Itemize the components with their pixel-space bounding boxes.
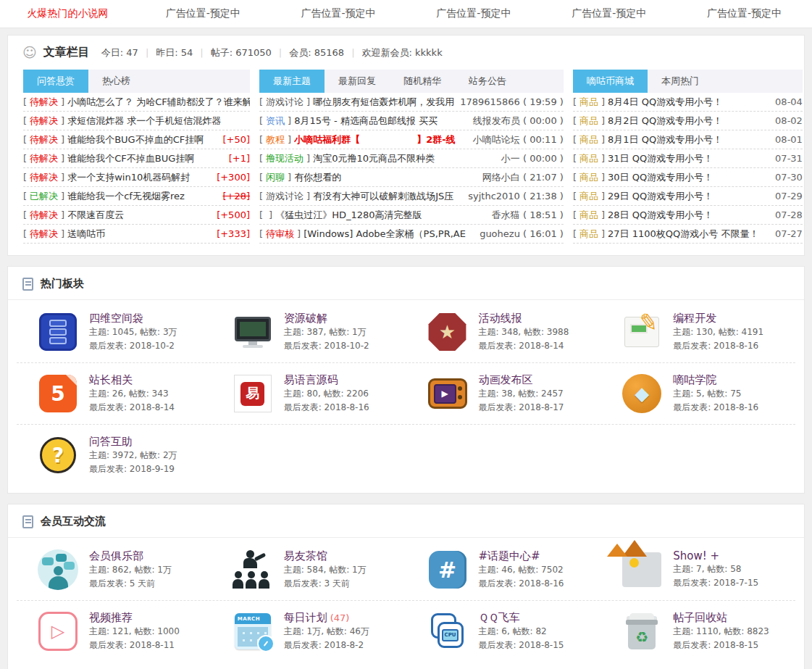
forum-cell[interactable]: 会员俱乐部 主题: 862, 帖数: 1万 最后发表: 5 天前 <box>17 539 212 600</box>
forum-cell[interactable]: 四维空间袋 主题: 1045, 帖数: 3万 最后发表: 2018-10-2 <box>17 302 212 362</box>
author-time[interactable]: 小一 ( 00:00 ) <box>501 152 564 165</box>
html5-icon[interactable]: 5 <box>37 373 79 415</box>
tab-weekly-hot[interactable]: 本周热门 <box>648 70 713 93</box>
forum-title[interactable]: 站长相关 <box>89 373 133 386</box>
forum-cell[interactable]: ★ 活动线报 主题: 348, 帖数: 3988 最后发表: 2018-8-14 <box>406 302 601 362</box>
ad-link[interactable]: 广告位置-预定中 <box>541 7 677 20</box>
author-time[interactable]: guohezu ( 16:01 ) <box>480 228 564 239</box>
ad-link[interactable]: 广告位置-预定中 <box>406 7 541 20</box>
author-time[interactable]: 网络小白 ( 21:07 ) <box>482 171 564 184</box>
author-time[interactable]: 小嘀咕论坛 ( 00:11 ) <box>473 133 564 146</box>
forum-title[interactable]: ＱＱ飞车 <box>479 611 520 624</box>
forum-title[interactable]: 动画发布区 <box>479 373 533 386</box>
forum-cell[interactable]: 资源破解 主题: 387, 帖数: 1万 最后发表: 2018-10-2 <box>212 302 406 362</box>
forum-title[interactable]: 编程开发 <box>673 312 716 325</box>
forum-cell[interactable]: MARCH 每日计划(47) 主题: 1万, 帖数: 46万 最后发表: 201… <box>212 601 406 662</box>
thread-title[interactable]: 谁能给我一个cf无视烟雾rez <box>67 190 219 203</box>
forum-cell[interactable]: ▷ 视频推荐 主题: 121, 帖数: 1000 最后发表: 2018-8-11 <box>17 601 212 662</box>
forum-cell[interactable]: ♻ 帖子回收站 主题: 1110, 帖数: 8823 最后发表: 2018-8-… <box>600 601 795 662</box>
diamond-icon[interactable]: ◆ <box>621 373 663 415</box>
forum-cell[interactable]: ✎ 编程开发 主题: 130, 帖数: 4191 最后发表: 2018-8-16 <box>600 302 795 362</box>
ad-link[interactable]: 广告位置-预定中 <box>135 7 271 20</box>
thread-title[interactable]: 有没有大神可以破解刺激战场JS压 <box>313 190 462 203</box>
forum-cell[interactable]: CPU ＱＱ飞车 主题: 6, 帖数: 82 最后发表: 2018-8-15 <box>406 601 601 662</box>
question-coin-icon[interactable]: ? <box>37 434 79 476</box>
monitor-icon[interactable] <box>232 311 274 353</box>
forum-title[interactable]: 问答互助 <box>89 435 133 448</box>
tab-warm-ranking[interactable]: 热心榜 <box>88 70 144 93</box>
star-badge-icon[interactable]: ★ <box>427 311 469 353</box>
forum-title[interactable]: 帖子回收站 <box>673 611 727 624</box>
tv-icon[interactable]: ▶ <box>427 373 469 415</box>
forum-cell[interactable]: ▶ 动画发布区 主题: 38, 帖数: 2457 最后发表: 2018-8-17 <box>406 363 601 424</box>
goods-title[interactable]: 30日 QQ游戏专用小号！ <box>608 171 769 184</box>
thread-title[interactable]: 送嘀咕币 <box>67 228 213 241</box>
forum-cell[interactable]: Show! + 主题: 7, 帖数: 58 最后发表: 2018-7-15 <box>600 539 795 600</box>
grid-notebook-icon[interactable] <box>37 311 79 353</box>
recycle-bin-icon[interactable]: ♻ <box>621 610 663 652</box>
people-chat-icon[interactable] <box>37 549 79 591</box>
thread-title[interactable]: 小嘀咕福利群【 】2群-线 <box>294 133 467 146</box>
calendar-icon[interactable]: MARCH <box>232 610 274 652</box>
goods-title[interactable]: 27日 1100枚QQ游戏小号 不限量！ <box>608 228 769 241</box>
thread-title[interactable]: 谁能给我个BUG不掉血的CF挂啊 <box>67 133 219 146</box>
thread-title[interactable]: 小嘀咕怎么了？ 为哈CF辅助都没了？谁来解 <box>67 96 250 109</box>
thread-title[interactable]: 求短信混炸器 求一个手机短信混炸器 <box>67 115 250 128</box>
forum-cell[interactable]: 5 站长相关 主题: 26, 帖数: 343 最后发表: 2018-8-14 <box>17 363 212 424</box>
forum-title[interactable]: #话题中心# <box>479 549 540 562</box>
forum-title[interactable]: 易友茶馆 <box>284 549 327 562</box>
bounty-amount: [+50] <box>222 134 250 145</box>
forum-cell[interactable]: ◆ 嘀咕学院 主题: 5, 帖数: 75 最后发表: 2018-8-16 <box>600 363 795 424</box>
thread-title[interactable]: 求一个支持win10机器码解封 <box>67 171 213 184</box>
goods-title[interactable]: 8月2日 QQ游戏专用小号！ <box>608 115 769 128</box>
tab-coin-shop[interactable]: 嘀咕币商城 <box>573 70 648 93</box>
forum-title[interactable]: 会员俱乐部 <box>89 549 143 562</box>
goods-title[interactable]: 8月4日 QQ游戏专用小号！ <box>608 96 769 109</box>
forum-title[interactable]: 嘀咕学院 <box>673 373 716 386</box>
tab-latest-replies[interactable]: 最新回复 <box>325 70 390 93</box>
tea-house-people-icon[interactable] <box>232 549 274 591</box>
forum-title[interactable]: Show! + <box>673 549 719 562</box>
thread-title[interactable]: 哪位朋友有短信轰炸机啊，发我用 <box>313 96 454 109</box>
forum-title[interactable]: 资源破解 <box>284 312 327 325</box>
forum-title[interactable]: 四维空间袋 <box>89 312 143 325</box>
tab-qa-bounty[interactable]: 问答悬赏 <box>23 70 88 93</box>
stat-newest-member[interactable]: 欢迎新会员: kkkkk <box>362 46 443 59</box>
photo-icon[interactable] <box>621 549 663 591</box>
ad-link[interactable]: 广告位置-预定中 <box>677 7 812 20</box>
author-time[interactable]: 1789615866 ( 19:59 ) <box>460 96 564 107</box>
play-button-icon[interactable]: ▷ <box>37 610 79 652</box>
author-time[interactable]: 香水猫 ( 18:51 ) <box>492 209 564 222</box>
author-time[interactable]: syjthc2010 ( 21:38 ) <box>468 191 564 201</box>
forum-cell[interactable]: ? 问答互助 主题: 3972, 帖数: 2万 最后发表: 2018-9-19 <box>17 425 212 486</box>
thread-title[interactable]: 有你想看的 <box>294 171 477 184</box>
tab-site-announcements[interactable]: 站务公告 <box>455 70 520 93</box>
thread-title[interactable]: [Windows] Adobe全家桶（PS,PR,AE <box>304 228 474 241</box>
forum-title[interactable]: 易语言源码 <box>284 373 338 386</box>
tab-random-digest[interactable]: 随机精华 <box>390 70 455 93</box>
forum-title[interactable]: 每日计划 <box>284 611 327 624</box>
thread-title[interactable]: 不限速百度云 <box>67 209 213 222</box>
forum-cell[interactable]: 易友茶馆 主题: 584, 帖数: 1万 最后发表: 3 天前 <box>212 539 406 600</box>
ad-link[interactable]: 广告位置-预定中 <box>271 7 406 20</box>
author-time[interactable]: 线报发布员 ( 00:00 ) <box>473 115 564 128</box>
goods-title[interactable]: 31日 QQ游戏专用小号！ <box>608 152 769 165</box>
goods-title[interactable]: 8月1日 QQ游戏专用小号！ <box>608 133 769 146</box>
goods-title[interactable]: 29日 QQ游戏专用小号！ <box>608 190 769 203</box>
thread-title[interactable]: 谁能给我个CF不掉血BUG挂啊 <box>67 152 225 165</box>
forum-title[interactable]: 活动线报 <box>479 312 522 325</box>
category-tag: 撸现活动 <box>266 152 304 165</box>
forum-title[interactable]: 视频推荐 <box>89 611 133 624</box>
cpu-chip-icon[interactable]: CPU <box>427 610 469 652</box>
thread-title[interactable]: 淘宝0元撸10元商品不限种类 <box>313 152 495 165</box>
ad-link-novel[interactable]: 火爆热门的小说网 <box>0 7 135 20</box>
hashtag-icon[interactable]: # <box>427 549 469 591</box>
thread-title[interactable]: 8月15号 - 精选商品包邮线报 买买 <box>294 115 467 128</box>
forum-cell[interactable]: 易 易语言源码 主题: 80, 帖数: 2206 最后发表: 2018-8-16 <box>212 363 406 424</box>
yi-seal-icon[interactable]: 易 <box>232 373 274 415</box>
goods-title[interactable]: 28日 QQ游戏专用小号！ <box>608 209 769 222</box>
forum-cell[interactable]: # #话题中心# 主题: 46, 帖数: 7502 最后发表: 2018-8-1… <box>406 539 601 600</box>
tab-latest-threads[interactable]: 最新主题 <box>259 70 325 93</box>
pencil-paper-icon[interactable]: ✎ <box>621 311 663 353</box>
thread-title[interactable]: 《猛虫过江》HD_1280高清完整版 <box>275 209 486 222</box>
